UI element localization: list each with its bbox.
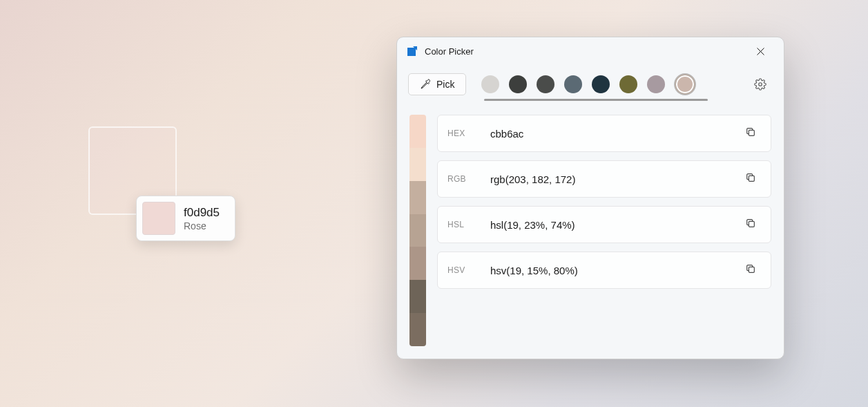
- copy-icon: [745, 218, 756, 231]
- history-swatch-0[interactable]: [481, 75, 499, 93]
- toolbar: Pick: [397, 65, 784, 100]
- format-row-hsv[interactable]: HSVhsv(19, 15%, 80%): [437, 252, 771, 289]
- pick-swatch: [142, 202, 175, 235]
- svg-rect-2: [749, 130, 754, 135]
- gear-icon: [754, 78, 766, 91]
- format-label: RGB: [447, 174, 479, 184]
- shade-cell-0[interactable]: [409, 115, 426, 148]
- pick-text: f0d9d5 Rose: [184, 206, 229, 231]
- history-swatch-5[interactable]: [619, 75, 637, 93]
- format-label: HSV: [447, 265, 479, 275]
- format-value: rgb(203, 182, 172): [490, 173, 729, 185]
- close-button[interactable]: [745, 41, 775, 61]
- svg-point-1: [759, 83, 762, 86]
- history-swatch-7[interactable]: [675, 74, 695, 95]
- history-swatch-4[interactable]: [592, 75, 610, 93]
- copy-button-rgb[interactable]: [740, 169, 761, 189]
- pick-color-name: Rose: [184, 220, 220, 231]
- window-title: Color Picker: [425, 46, 745, 57]
- history-swatch-6[interactable]: [647, 75, 665, 93]
- body-area: HEXcbb6acRGBrgb(203, 182, 172)HSLhsl(19,…: [397, 100, 784, 359]
- pick-button-label: Pick: [436, 79, 454, 90]
- format-label: HSL: [447, 220, 479, 229]
- format-label: HEX: [447, 129, 479, 138]
- copy-icon: [745, 126, 756, 140]
- format-row-rgb[interactable]: RGBrgb(203, 182, 172): [437, 160, 771, 198]
- shade-cell-2[interactable]: [409, 181, 426, 214]
- settings-button[interactable]: [748, 72, 773, 97]
- copy-button-hsl[interactable]: [740, 214, 761, 235]
- copy-icon: [745, 172, 756, 186]
- pick-button[interactable]: Pick: [408, 73, 466, 95]
- pick-tooltip: f0d9d5 Rose: [136, 196, 235, 241]
- titlebar[interactable]: Color Picker: [397, 37, 784, 65]
- shade-cell-5[interactable]: [409, 280, 426, 313]
- shade-cell-1[interactable]: [409, 148, 426, 181]
- eyedropper-icon: [420, 79, 431, 90]
- shade-cell-3[interactable]: [409, 214, 426, 247]
- color-picker-window: Color Picker Pick HEXcbb6acRGBrgb(203, 1…: [396, 37, 784, 359]
- history-swatch-3[interactable]: [564, 75, 582, 93]
- svg-rect-3: [749, 176, 754, 181]
- shade-cell-6[interactable]: [409, 313, 426, 346]
- history-swatches[interactable]: [476, 74, 738, 95]
- format-value: cbb6ac: [490, 128, 729, 140]
- svg-rect-5: [749, 267, 754, 272]
- format-row-hsl[interactable]: HSLhsl(19, 23%, 74%): [437, 206, 771, 243]
- format-row-hex[interactable]: HEXcbb6ac: [437, 115, 771, 152]
- close-icon: [757, 48, 764, 55]
- copy-button-hsv[interactable]: [740, 260, 761, 281]
- format-value: hsl(19, 23%, 74%): [490, 219, 729, 231]
- format-value: hsv(19, 15%, 80%): [490, 265, 729, 276]
- app-icon: [407, 46, 418, 57]
- svg-rect-4: [749, 221, 754, 227]
- history-swatch-2[interactable]: [537, 75, 554, 93]
- copy-icon: [745, 263, 756, 277]
- shade-strip[interactable]: [409, 115, 426, 346]
- copy-button-hex[interactable]: [740, 123, 761, 144]
- pick-hex-label: f0d9d5: [184, 206, 220, 220]
- formats-list: HEXcbb6acRGBrgb(203, 182, 172)HSLhsl(19,…: [437, 115, 771, 346]
- shade-cell-4[interactable]: [409, 247, 426, 280]
- history-swatch-1[interactable]: [509, 75, 527, 93]
